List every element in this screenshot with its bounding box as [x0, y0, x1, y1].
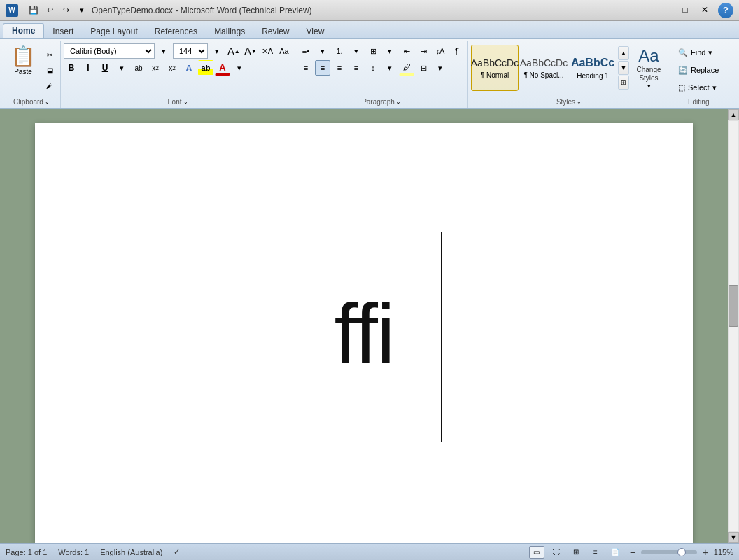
font-name-dropdown[interactable]: ▾: [156, 43, 171, 59]
quick-access-dropdown[interactable]: ▾: [75, 4, 89, 18]
bullets-btn[interactable]: ≡•: [298, 43, 314, 59]
undo-quick-btn[interactable]: ↩: [43, 4, 57, 18]
clipboard-expand-icon[interactable]: ⌄: [45, 99, 50, 105]
superscript-button[interactable]: x2: [164, 60, 180, 76]
increase-indent-btn[interactable]: ⇥: [416, 43, 431, 59]
decrease-font-btn[interactable]: A▼: [243, 43, 258, 59]
scroll-track[interactable]: [729, 121, 738, 531]
change-case-btn[interactable]: Aa: [276, 43, 292, 59]
text-highlight-btn[interactable]: ab: [198, 60, 213, 76]
select-button[interactable]: ⬚ Select ▾: [673, 80, 724, 95]
vertical-scrollbar[interactable]: ▲ ▼: [728, 109, 739, 543]
document-page[interactable]: ffi: [35, 123, 693, 543]
close-button[interactable]: ✕: [696, 3, 714, 17]
tab-references[interactable]: References: [146, 24, 206, 38]
scroll-up-button[interactable]: ▲: [728, 109, 739, 120]
multilevel-btn[interactable]: ⊞: [365, 43, 381, 59]
tab-insert[interactable]: Insert: [44, 24, 82, 38]
tab-view[interactable]: View: [298, 24, 333, 38]
borders-dropdown[interactable]: ▾: [432, 60, 448, 76]
outline-btn[interactable]: ≡: [588, 546, 603, 559]
font-group-label: Font: [167, 98, 181, 106]
copy-button[interactable]: ⬓: [42, 63, 57, 77]
styles-scroll-down[interactable]: ▼: [618, 61, 629, 75]
clear-format-btn[interactable]: ✕A: [260, 43, 275, 59]
zoom-out-btn[interactable]: −: [627, 547, 638, 558]
text-color-dropdown[interactable]: ▾: [232, 60, 247, 76]
styles-scroll-up[interactable]: ▲: [618, 46, 629, 60]
font-size-dropdown[interactable]: ▾: [209, 43, 225, 59]
sort-btn[interactable]: ↕A: [432, 43, 448, 59]
select-dropdown[interactable]: ▾: [712, 83, 717, 92]
underline-button[interactable]: U: [97, 60, 113, 76]
maximize-button[interactable]: □: [676, 3, 694, 17]
draft-btn[interactable]: 📄: [607, 546, 623, 559]
numbering-btn[interactable]: 1.: [332, 43, 347, 59]
text-effects-btn[interactable]: A: [181, 60, 197, 76]
print-layout-btn[interactable]: ▭: [529, 546, 544, 559]
italic-button[interactable]: I: [80, 60, 96, 76]
zoom-slider-track[interactable]: [641, 550, 697, 554]
help-button[interactable]: ?: [718, 3, 733, 18]
redo-quick-btn[interactable]: ↪: [59, 4, 73, 18]
zoom-slider-thumb[interactable]: [677, 548, 686, 556]
style-normal[interactable]: AaBbCcDc ¶ Normal: [471, 45, 519, 91]
format-painter-button[interactable]: 🖌: [42, 78, 57, 92]
scroll-down-button[interactable]: ▼: [728, 532, 739, 543]
editing-label-area: Editing: [673, 95, 724, 108]
font-expand-icon[interactable]: ⌄: [183, 99, 188, 105]
paragraph-content: ≡• ▾ 1. ▾ ⊞ ▾ ⇤ ⇥ ↕A ¶ ≡ ≡ ≡ ≡ ↕: [298, 42, 465, 95]
document-text[interactable]: ffi: [334, 291, 393, 375]
align-center-btn[interactable]: ≡: [315, 60, 330, 76]
borders-btn[interactable]: ⊟: [416, 60, 431, 76]
subscript-button[interactable]: x2: [148, 60, 163, 76]
bold-button[interactable]: B: [64, 60, 79, 76]
numbering-dropdown[interactable]: ▾: [349, 43, 364, 59]
bullets-dropdown[interactable]: ▾: [315, 43, 330, 59]
change-styles-button[interactable]: Aa ChangeStyles ▾: [631, 45, 667, 91]
zoom-in-btn[interactable]: +: [700, 547, 711, 558]
document-content[interactable]: ffi: [35, 123, 693, 543]
align-right-btn[interactable]: ≡: [332, 60, 347, 76]
ribbon-group-clipboard: 📋 Paste ✂ ⬓ 🖌 Clipboard ⌄: [3, 41, 61, 108]
scroll-thumb[interactable]: [729, 285, 738, 327]
font-name-select[interactable]: Calibri (Body): [64, 43, 155, 59]
strikethrough-button[interactable]: ab: [131, 60, 146, 76]
change-styles-dropdown[interactable]: ▾: [647, 83, 651, 90]
replace-button[interactable]: 🔄 Replace: [673, 62, 724, 78]
multilevel-dropdown[interactable]: ▾: [382, 43, 397, 59]
full-screen-btn[interactable]: ⛶: [549, 546, 564, 559]
tab-home[interactable]: Home: [3, 23, 44, 38]
find-dropdown[interactable]: ▾: [708, 48, 712, 57]
minimize-button[interactable]: ─: [656, 3, 675, 17]
title-bar: W 💾 ↩ ↪ ▾ OpenTypeDemo.docx - Microsoft …: [0, 0, 739, 21]
line-spacing-btn[interactable]: ↕: [365, 60, 381, 76]
tab-page-layout[interactable]: Page Layout: [82, 24, 146, 38]
web-layout-btn[interactable]: ⊞: [568, 546, 584, 559]
align-left-btn[interactable]: ≡: [298, 60, 314, 76]
style-no-spacing[interactable]: AaBbCcDc ¶ No Spaci...: [520, 45, 568, 91]
show-hide-btn[interactable]: ¶: [449, 43, 465, 59]
text-color-btn[interactable]: A: [215, 60, 230, 76]
font-size-select[interactable]: 144: [173, 43, 208, 59]
paragraph-group-label: Paragraph: [362, 98, 395, 106]
save-quick-btn[interactable]: 💾: [27, 4, 41, 18]
document-area[interactable]: ffi: [0, 109, 728, 543]
shading-btn[interactable]: 🖊: [399, 60, 414, 76]
paste-button[interactable]: 📋 Paste: [6, 45, 41, 90]
increase-font-btn[interactable]: A▲: [226, 43, 241, 59]
paragraph-expand-icon[interactable]: ⌄: [396, 99, 401, 105]
underline-dropdown[interactable]: ▾: [114, 60, 129, 76]
cut-button[interactable]: ✂: [42, 48, 57, 62]
tab-mailings[interactable]: Mailings: [206, 24, 253, 38]
styles-expand-btn[interactable]: ⊞: [618, 76, 629, 90]
line-spacing-dropdown[interactable]: ▾: [382, 60, 397, 76]
editing-group-label: Editing: [688, 98, 710, 106]
styles-expand-icon[interactable]: ⌄: [577, 99, 582, 105]
style-heading1[interactable]: AaBbCc Heading 1: [569, 45, 617, 91]
style-heading1-label: Heading 1: [577, 72, 609, 80]
tab-review[interactable]: Review: [253, 24, 297, 38]
justify-btn[interactable]: ≡: [349, 60, 364, 76]
find-button[interactable]: 🔍 Find ▾: [673, 45, 724, 60]
decrease-indent-btn[interactable]: ⇤: [399, 43, 414, 59]
